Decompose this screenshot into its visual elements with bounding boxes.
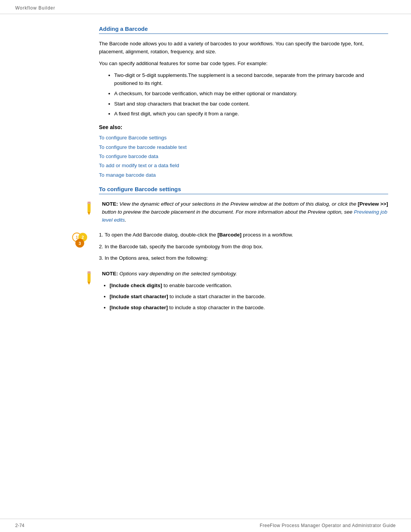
step-numbers-icon: 1 2 3: [72, 231, 91, 248]
see-also-links: To configure Barcode settings To configu…: [99, 133, 388, 179]
see-also-link-5[interactable]: To manage barcode data: [99, 171, 388, 180]
bullet-item: A fixed first digit, which you can speci…: [114, 110, 388, 118]
svg-rect-2: [88, 201, 91, 203]
see-also-link-2[interactable]: To configure the barcode readable text: [99, 143, 388, 152]
header-text: Workflow Builder: [15, 5, 55, 11]
see-also-link-3[interactable]: To configure barcode data: [99, 152, 388, 161]
options-bullet-list: [Include check digits] to enable barcode…: [102, 282, 266, 312]
option-bullet-1: [Include check digits] to enable barcode…: [110, 282, 266, 290]
configure-barcode-heading: To configure Barcode settings: [99, 186, 388, 194]
pencil-icon-1: [84, 201, 96, 217]
page-footer: 2-74 FreeFlow Process Manager Operator a…: [0, 519, 411, 532]
svg-rect-3: [87, 203, 91, 204]
footer-guide-title: FreeFlow Process Manager Operator and Ad…: [260, 523, 396, 528]
note-end-1: .: [125, 217, 126, 223]
option-bullet-3: [Include stop character] to include a st…: [110, 304, 266, 312]
configure-barcode-section: To configure Barcode settings: [99, 186, 388, 194]
adding-barcode-para2: You can specify additional features for …: [99, 60, 388, 68]
note-block-2: NOTE: Options vary depending on the sele…: [84, 270, 388, 315]
svg-rect-13: [88, 272, 91, 273]
adding-barcode-section: Adding a Barcode: [23, 26, 388, 34]
svg-text:2: 2: [81, 235, 84, 240]
pencil-svg-1: [84, 201, 94, 216]
page-wrapper: Workflow Builder Adding a Barcode The Ba…: [0, 0, 411, 532]
note-text-2: NOTE: Options vary depending on the sele…: [102, 270, 266, 315]
footer-page-number: 2-74: [15, 523, 24, 528]
see-also-label: See also:: [99, 124, 388, 130]
note-text-1: NOTE: View the dynamic effect of your se…: [102, 200, 388, 224]
note-block-1: NOTE: View the dynamic effect of your se…: [84, 200, 388, 224]
steps-content: To open the Add Barcode dialog, double-c…: [99, 231, 388, 267]
see-also-link-4[interactable]: To add or modify text or a data field: [99, 161, 388, 170]
note-italic-2: Options vary depending on the selected s…: [118, 271, 237, 276]
page-header: Workflow Builder: [0, 0, 411, 14]
adding-barcode-heading: Adding a Barcode: [99, 26, 388, 34]
pencil-svg-2: [84, 271, 94, 286]
bullet-item: Two-digit or 5-digit supplements.The sup…: [114, 72, 388, 88]
note-bold-2: NOTE:: [102, 271, 118, 276]
step-3: In the Options area, select from the fol…: [99, 254, 388, 262]
svg-text:3: 3: [79, 241, 81, 245]
numbered-list: To open the Add Barcode dialog, double-c…: [99, 231, 388, 263]
svg-rect-14: [87, 273, 91, 274]
step-1: To open the Add Barcode dialog, double-c…: [99, 231, 388, 239]
pencil-icon-2: [84, 271, 96, 287]
bullet-item: A checksum, for barcode verification, wh…: [114, 90, 388, 98]
steps-block: 1 2 3 To open the Add Barcode dialog, do…: [23, 231, 388, 267]
option-bullet-2: [Include start character] to include a s…: [110, 293, 266, 301]
see-also-link-1[interactable]: To configure Barcode settings: [99, 133, 388, 142]
steps-icon-col: 1 2 3: [23, 231, 99, 248]
bullet-item: Start and stop characters that bracket t…: [114, 100, 388, 108]
step-2: In the Barcode tab, specify the barcode …: [99, 243, 388, 251]
adding-barcode-bullets: Two-digit or 5-digit supplements.The sup…: [107, 72, 388, 118]
svg-text:1: 1: [76, 235, 78, 240]
note-italic-1: View the dynamic effect of your selectio…: [102, 201, 388, 215]
main-content: Adding a Barcode The Barcode node allows…: [0, 14, 411, 519]
adding-barcode-para1: The Barcode node allows you to add a var…: [99, 40, 388, 56]
note-bold-1: NOTE:: [102, 201, 118, 207]
